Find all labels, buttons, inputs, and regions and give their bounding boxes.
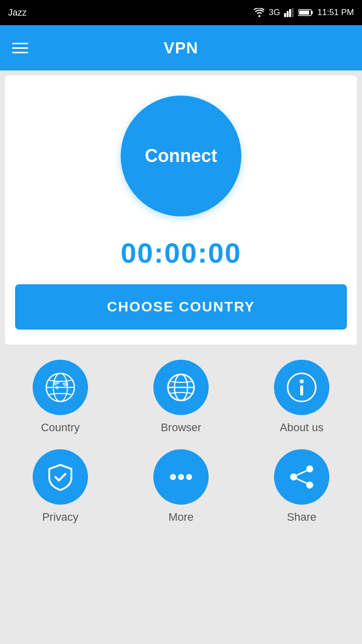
svg-point-17 <box>178 474 184 480</box>
share-label: Share <box>287 511 317 524</box>
svg-rect-14 <box>300 385 303 395</box>
more-label: More <box>168 511 194 524</box>
battery-icon <box>298 9 313 17</box>
navbar: VPN <box>0 25 362 70</box>
status-icons: 3G 11:51 PM <box>254 8 354 18</box>
svg-rect-3 <box>292 8 294 17</box>
share-icon <box>286 461 318 493</box>
connect-button[interactable]: Connect <box>121 96 241 216</box>
svg-line-23 <box>297 479 306 483</box>
globe-grid-icon <box>165 371 197 404</box>
carrier-label: Jazz <box>8 8 27 18</box>
choose-country-button[interactable]: CHOOSE COUNTRY <box>15 284 347 330</box>
about-label: About us <box>280 421 324 434</box>
privacy-icon-circle <box>33 449 88 505</box>
svg-point-21 <box>306 481 313 489</box>
svg-rect-0 <box>284 13 286 17</box>
grid-item-about[interactable]: About us <box>241 355 362 439</box>
privacy-label: Privacy <box>42 511 78 524</box>
grid-item-browser[interactable]: Browser <box>121 355 241 439</box>
svg-rect-5 <box>311 11 313 14</box>
time-label: 11:51 PM <box>317 8 354 18</box>
share-icon-circle <box>274 449 329 505</box>
menu-button[interactable] <box>12 43 28 53</box>
browser-label: Browser <box>161 421 202 434</box>
shield-check-icon <box>44 461 76 493</box>
grid-item-country[interactable]: Country <box>0 355 121 439</box>
grid-item-privacy[interactable]: Privacy <box>0 444 121 529</box>
info-icon <box>286 371 318 404</box>
dots-icon <box>165 461 197 493</box>
svg-line-22 <box>297 471 306 475</box>
timer-display: 00:00:00 <box>121 236 241 269</box>
more-icon-circle <box>153 449 209 505</box>
grid-item-more[interactable]: More <box>121 444 241 529</box>
svg-rect-6 <box>299 11 309 15</box>
country-label: Country <box>41 421 79 434</box>
status-bar: Jazz 3G 11:51 PM <box>0 0 362 25</box>
signal-icon <box>284 8 294 17</box>
svg-point-16 <box>170 474 176 480</box>
country-icon-circle <box>33 360 88 415</box>
svg-point-19 <box>306 465 313 472</box>
about-icon-circle <box>274 360 329 415</box>
globe-earth-icon <box>44 371 76 404</box>
svg-point-20 <box>290 473 297 480</box>
svg-rect-2 <box>289 9 291 17</box>
svg-point-18 <box>186 474 192 480</box>
svg-point-15 <box>300 379 304 383</box>
wifi-icon <box>254 8 265 17</box>
grid-item-share[interactable]: Share <box>241 444 362 529</box>
browser-icon-circle <box>153 360 209 415</box>
app-title: VPN <box>164 39 199 57</box>
main-card: Connect 00:00:00 CHOOSE COUNTRY <box>5 75 357 345</box>
svg-rect-1 <box>287 11 289 17</box>
network-label: 3G <box>269 8 281 18</box>
bottom-grid: Country Browser About us <box>0 345 362 539</box>
